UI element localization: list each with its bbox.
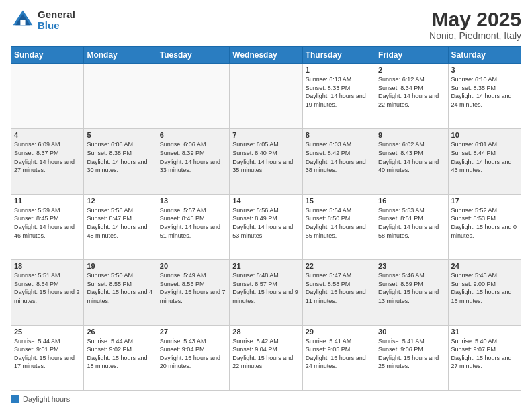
day-number: 23: [378, 262, 445, 270]
col-monday: Monday: [84, 47, 157, 64]
day-number: 22: [306, 262, 372, 270]
day-info: Sunrise: 6:12 AM Sunset: 8:34 PM Dayligh…: [378, 75, 445, 109]
day-info: Sunrise: 5:49 AM Sunset: 8:56 PM Dayligh…: [160, 271, 226, 305]
day-number: 7: [232, 131, 299, 139]
col-friday: Friday: [375, 47, 448, 64]
day-info: Sunrise: 5:57 AM Sunset: 8:48 PM Dayligh…: [160, 206, 226, 240]
logo-blue-text: Blue: [38, 20, 75, 32]
day-number: 8: [306, 131, 372, 139]
footer-dot: [11, 395, 19, 403]
table-row: 28Sunrise: 5:42 AM Sunset: 9:04 PM Dayli…: [230, 325, 302, 390]
day-info: Sunrise: 6:03 AM Sunset: 8:42 PM Dayligh…: [306, 140, 372, 174]
day-info: Sunrise: 6:01 AM Sunset: 8:44 PM Dayligh…: [451, 140, 518, 174]
col-thursday: Thursday: [302, 47, 375, 64]
day-info: Sunrise: 5:59 AM Sunset: 8:45 PM Dayligh…: [14, 206, 81, 240]
col-saturday: Saturday: [448, 47, 521, 64]
table-row: 18Sunrise: 5:51 AM Sunset: 8:54 PM Dayli…: [11, 260, 84, 325]
day-number: 27: [160, 328, 226, 336]
table-row: 21Sunrise: 5:48 AM Sunset: 8:57 PM Dayli…: [230, 260, 302, 325]
col-sunday: Sunday: [11, 47, 84, 64]
day-number: 29: [306, 328, 372, 336]
table-row: 29Sunrise: 5:41 AM Sunset: 9:05 PM Dayli…: [302, 325, 375, 390]
calendar-week-row: 1Sunrise: 6:13 AM Sunset: 8:33 PM Daylig…: [11, 64, 521, 129]
day-number: 10: [451, 131, 518, 139]
day-info: Sunrise: 5:43 AM Sunset: 9:04 PM Dayligh…: [160, 337, 226, 371]
day-number: 14: [232, 197, 299, 205]
day-info: Sunrise: 5:58 AM Sunset: 8:47 PM Dayligh…: [87, 206, 153, 240]
calendar-week-row: 4Sunrise: 6:09 AM Sunset: 8:37 PM Daylig…: [11, 129, 521, 194]
calendar-week-row: 11Sunrise: 5:59 AM Sunset: 8:45 PM Dayli…: [11, 194, 521, 259]
day-info: Sunrise: 5:40 AM Sunset: 9:07 PM Dayligh…: [451, 337, 518, 371]
title-block: May 2025 Nonio, Piedmont, Italy: [429, 8, 521, 41]
day-number: 24: [451, 262, 518, 270]
svg-rect-2: [20, 20, 25, 25]
table-row: [157, 64, 229, 129]
day-info: Sunrise: 5:56 AM Sunset: 8:49 PM Dayligh…: [232, 206, 299, 240]
day-info: Sunrise: 5:44 AM Sunset: 9:01 PM Dayligh…: [14, 337, 81, 371]
table-row: [84, 64, 157, 129]
table-row: 17Sunrise: 5:52 AM Sunset: 8:53 PM Dayli…: [448, 194, 521, 259]
table-row: 4Sunrise: 6:09 AM Sunset: 8:37 PM Daylig…: [11, 129, 84, 194]
main-title: May 2025: [429, 8, 521, 30]
day-number: 25: [14, 328, 81, 336]
day-number: 1: [306, 66, 372, 74]
day-info: Sunrise: 6:09 AM Sunset: 8:37 PM Dayligh…: [14, 140, 81, 174]
day-info: Sunrise: 5:45 AM Sunset: 9:00 PM Dayligh…: [451, 271, 518, 305]
table-row: 30Sunrise: 5:41 AM Sunset: 9:06 PM Dayli…: [375, 325, 448, 390]
day-number: 26: [87, 328, 153, 336]
table-row: 26Sunrise: 5:44 AM Sunset: 9:02 PM Dayli…: [84, 325, 157, 390]
table-row: 13Sunrise: 5:57 AM Sunset: 8:48 PM Dayli…: [157, 194, 229, 259]
day-info: Sunrise: 5:51 AM Sunset: 8:54 PM Dayligh…: [14, 271, 81, 305]
page: General Blue May 2025 Nonio, Piedmont, I…: [0, 0, 532, 411]
table-row: 2Sunrise: 6:12 AM Sunset: 8:34 PM Daylig…: [375, 64, 448, 129]
table-row: 3Sunrise: 6:10 AM Sunset: 8:35 PM Daylig…: [448, 64, 521, 129]
day-info: Sunrise: 6:08 AM Sunset: 8:38 PM Dayligh…: [87, 140, 153, 174]
table-row: 27Sunrise: 5:43 AM Sunset: 9:04 PM Dayli…: [157, 325, 229, 390]
logo-icon: [11, 8, 35, 32]
table-row: 25Sunrise: 5:44 AM Sunset: 9:01 PM Dayli…: [11, 325, 84, 390]
table-row: 23Sunrise: 5:46 AM Sunset: 8:59 PM Dayli…: [375, 260, 448, 325]
table-row: 12Sunrise: 5:58 AM Sunset: 8:47 PM Dayli…: [84, 194, 157, 259]
table-row: 10Sunrise: 6:01 AM Sunset: 8:44 PM Dayli…: [448, 129, 521, 194]
day-number: 4: [14, 131, 81, 139]
day-info: Sunrise: 6:06 AM Sunset: 8:39 PM Dayligh…: [160, 140, 226, 174]
day-info: Sunrise: 6:05 AM Sunset: 8:40 PM Dayligh…: [232, 140, 299, 174]
table-row: 15Sunrise: 5:54 AM Sunset: 8:50 PM Dayli…: [302, 194, 375, 259]
table-row: 5Sunrise: 6:08 AM Sunset: 8:38 PM Daylig…: [84, 129, 157, 194]
day-info: Sunrise: 6:10 AM Sunset: 8:35 PM Dayligh…: [451, 75, 518, 109]
table-row: [230, 64, 302, 129]
table-row: 7Sunrise: 6:05 AM Sunset: 8:40 PM Daylig…: [230, 129, 302, 194]
calendar-week-row: 18Sunrise: 5:51 AM Sunset: 8:54 PM Dayli…: [11, 260, 521, 325]
day-number: 18: [14, 262, 81, 270]
calendar-table: Sunday Monday Tuesday Wednesday Thursday…: [11, 46, 521, 391]
logo-text: General Blue: [38, 9, 75, 32]
header: General Blue May 2025 Nonio, Piedmont, I…: [11, 8, 521, 41]
day-info: Sunrise: 5:41 AM Sunset: 9:06 PM Dayligh…: [378, 337, 445, 371]
day-info: Sunrise: 5:46 AM Sunset: 8:59 PM Dayligh…: [378, 271, 445, 305]
table-row: [11, 64, 84, 129]
table-row: 11Sunrise: 5:59 AM Sunset: 8:45 PM Dayli…: [11, 194, 84, 259]
day-number: 9: [378, 131, 445, 139]
table-row: 22Sunrise: 5:47 AM Sunset: 8:58 PM Dayli…: [302, 260, 375, 325]
day-number: 5: [87, 131, 153, 139]
footer: Daylight hours: [11, 395, 521, 403]
subtitle: Nonio, Piedmont, Italy: [429, 30, 521, 41]
table-row: 1Sunrise: 6:13 AM Sunset: 8:33 PM Daylig…: [302, 64, 375, 129]
day-info: Sunrise: 5:41 AM Sunset: 9:05 PM Dayligh…: [306, 337, 372, 371]
day-number: 2: [378, 66, 445, 74]
day-info: Sunrise: 5:47 AM Sunset: 8:58 PM Dayligh…: [306, 271, 372, 305]
day-info: Sunrise: 5:53 AM Sunset: 8:51 PM Dayligh…: [378, 206, 445, 240]
table-row: 31Sunrise: 5:40 AM Sunset: 9:07 PM Dayli…: [448, 325, 521, 390]
day-number: 17: [451, 197, 518, 205]
day-number: 6: [160, 131, 226, 139]
table-row: 6Sunrise: 6:06 AM Sunset: 8:39 PM Daylig…: [157, 129, 229, 194]
day-info: Sunrise: 5:50 AM Sunset: 8:55 PM Dayligh…: [87, 271, 153, 305]
day-number: 31: [451, 328, 518, 336]
logo: General Blue: [11, 8, 75, 32]
day-number: 13: [160, 197, 226, 205]
day-info: Sunrise: 6:13 AM Sunset: 8:33 PM Dayligh…: [306, 75, 372, 109]
calendar-header-row: Sunday Monday Tuesday Wednesday Thursday…: [11, 47, 521, 64]
day-info: Sunrise: 5:42 AM Sunset: 9:04 PM Dayligh…: [232, 337, 299, 371]
day-number: 16: [378, 197, 445, 205]
table-row: 9Sunrise: 6:02 AM Sunset: 8:43 PM Daylig…: [375, 129, 448, 194]
